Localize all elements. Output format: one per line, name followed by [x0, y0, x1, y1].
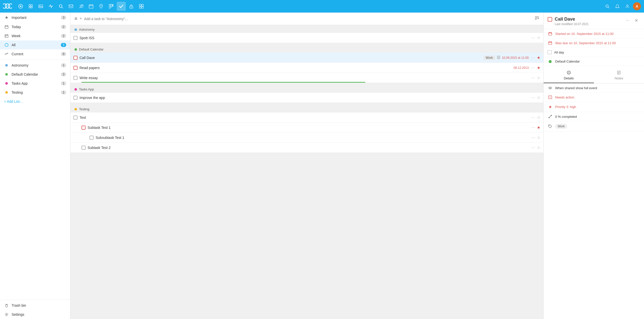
svg-point-62 [569, 72, 569, 72]
sidebar-item-week[interactable]: Week 2 [0, 31, 70, 40]
task-progress-bar [82, 82, 365, 83]
task-checkbox[interactable] [73, 56, 77, 60]
nav-files-icon[interactable] [26, 2, 35, 11]
task-row[interactable]: Read papers 08.12.2013 ··· ★ [70, 63, 543, 73]
sidebar-item-today[interactable]: Today 2 [0, 22, 70, 31]
nav-calendar-icon[interactable] [87, 2, 96, 11]
tasks-app-section-dot [74, 88, 77, 91]
detail-completed-row: 0 % completed [544, 112, 644, 121]
detail-title: Call Dave [555, 17, 621, 22]
app-logo[interactable] [3, 3, 12, 10]
user-avatar[interactable]: A [633, 2, 641, 10]
user-menu-icon[interactable] [623, 2, 632, 11]
nav-contacts-icon[interactable] [76, 2, 86, 11]
add-task-plus-icon[interactable]: + [79, 16, 82, 21]
nav-activity-icon[interactable] [46, 2, 55, 11]
sidebar-item-count: 3 [61, 16, 66, 20]
task-star-icon[interactable]: ★ [537, 55, 540, 60]
nav-passwords-icon[interactable] [127, 2, 136, 11]
task-star-icon[interactable]: ☆ [537, 75, 540, 80]
task-more-icon[interactable]: ··· [531, 36, 535, 40]
section-tasks-app: Tasks App Improve the app ··· ☆ [70, 85, 543, 105]
task-more-icon[interactable]: ··· [531, 76, 535, 80]
task-more-icon[interactable]: ··· [531, 66, 535, 70]
svg-line-31 [608, 7, 609, 8]
task-actions: ··· ☆ [531, 135, 540, 140]
detail-panel: Call Dave Last modified 18.07.2021 ··· ✕… [543, 13, 644, 319]
nav-photos-icon[interactable] [36, 2, 45, 11]
sidebar-item-current[interactable]: Current 9 [0, 49, 70, 59]
sidebar-item-tasks-app[interactable]: Tasks App 1 [0, 79, 70, 88]
global-search-icon[interactable] [603, 2, 612, 11]
task-more-icon[interactable]: ··· [531, 115, 535, 120]
task-more-icon[interactable]: ··· [531, 135, 535, 140]
detail-due-text[interactable]: Was due on 10. September 2015 at 11:00 [555, 41, 640, 45]
task-row[interactable]: Write essay ··· ☆ [70, 73, 543, 83]
task-more-icon[interactable]: ··· [531, 95, 535, 100]
task-row[interactable]: Improve the app ··· ☆ [70, 93, 543, 103]
task-row[interactable]: Subsubtask Test 1 ··· ☆ [70, 133, 543, 143]
task-star-icon[interactable]: ☆ [537, 145, 540, 150]
detail-task-checkbox[interactable] [548, 17, 552, 22]
nav-analytics-icon[interactable] [137, 2, 146, 11]
tab-details[interactable]: Details [544, 68, 594, 83]
add-task-input[interactable] [84, 17, 532, 21]
task-star-icon[interactable]: ☆ [537, 95, 540, 100]
task-checkbox[interactable] [73, 66, 77, 70]
task-star-icon[interactable]: ★ [537, 65, 540, 70]
task-more-icon[interactable]: ··· [531, 145, 535, 150]
add-list-button[interactable]: + Add List... [0, 97, 70, 106]
detail-started-text[interactable]: Started on 10. September 2015 at 11:00 [555, 32, 640, 36]
task-row[interactable]: Spott ISS ··· ☆ [70, 33, 543, 43]
task-checkbox[interactable] [73, 76, 77, 80]
sidebar-item-trash[interactable]: Trash bin [0, 301, 70, 310]
detail-more-button[interactable]: ··· [624, 17, 631, 24]
sort-icon[interactable] [534, 16, 539, 22]
task-checkbox[interactable] [82, 146, 86, 150]
settings-icon [4, 312, 9, 316]
task-checkbox[interactable] [90, 136, 94, 140]
tab-notes[interactable]: Notes [594, 68, 644, 83]
nav-dashboard-icon[interactable] [16, 2, 25, 11]
task-star-icon[interactable]: ☆ [537, 35, 540, 40]
task-checkbox[interactable] [73, 36, 77, 40]
detail-priority-row: ★ Priority 3: high [544, 102, 644, 112]
nav-maps-icon[interactable] [97, 2, 106, 11]
detail-tag-chip[interactable]: Work [555, 124, 567, 129]
sidebar-item-astronomy[interactable]: Astronomy 1 [0, 61, 70, 70]
notifications-icon[interactable] [613, 2, 622, 11]
default-calendar-section-dot [74, 48, 77, 51]
task-star-icon[interactable]: ☆ [537, 135, 540, 140]
tab-details-label: Details [564, 76, 574, 80]
task-row[interactable]: Subtask Test 1 ··· ★ [70, 123, 543, 133]
svg-point-75 [549, 125, 550, 126]
svg-rect-29 [142, 7, 143, 8]
task-checkbox[interactable] [73, 96, 77, 100]
sidebar-item-important[interactable]: ★ Important 3 [0, 13, 70, 22]
nav-search-icon[interactable] [56, 2, 65, 11]
task-checkbox[interactable] [82, 126, 86, 130]
current-icon [4, 52, 9, 56]
testing-dot-icon [4, 91, 9, 94]
sidebar-item-default-calendar[interactable]: Default Calendar 3 [0, 70, 70, 79]
nav-mail-icon[interactable] [66, 2, 75, 11]
task-row[interactable]: Subtask Test 2 ··· ☆ [70, 143, 543, 153]
detail-calendar-text: Default Calendar [555, 60, 640, 63]
sidebar-item-settings[interactable]: Settings [0, 310, 70, 319]
detail-close-button[interactable]: ✕ [632, 17, 640, 24]
allday-checkbox[interactable] [548, 50, 552, 54]
task-star-icon[interactable]: ★ [537, 125, 540, 130]
task-star-icon[interactable]: ☆ [537, 115, 540, 120]
task-more-icon[interactable]: ··· [531, 56, 535, 60]
task-checkbox[interactable] [73, 116, 77, 120]
sidebar-item-testing[interactable]: Testing 1 [0, 88, 70, 97]
nav-deck-icon[interactable] [107, 2, 116, 11]
sidebar-item-all[interactable]: All 9 [0, 40, 70, 49]
nav-tasks-icon[interactable] [117, 2, 126, 11]
svg-rect-9 [39, 5, 43, 8]
hamburger-menu-button[interactable]: ≡ [74, 16, 77, 22]
task-more-icon[interactable]: ··· [531, 125, 535, 130]
task-row[interactable]: Test ··· ☆ [70, 113, 543, 123]
sidebar-item-label: Week [12, 34, 58, 38]
task-row[interactable]: Call Dave Work 10.09.2015 at 11:00 ··· ★ [70, 53, 543, 63]
